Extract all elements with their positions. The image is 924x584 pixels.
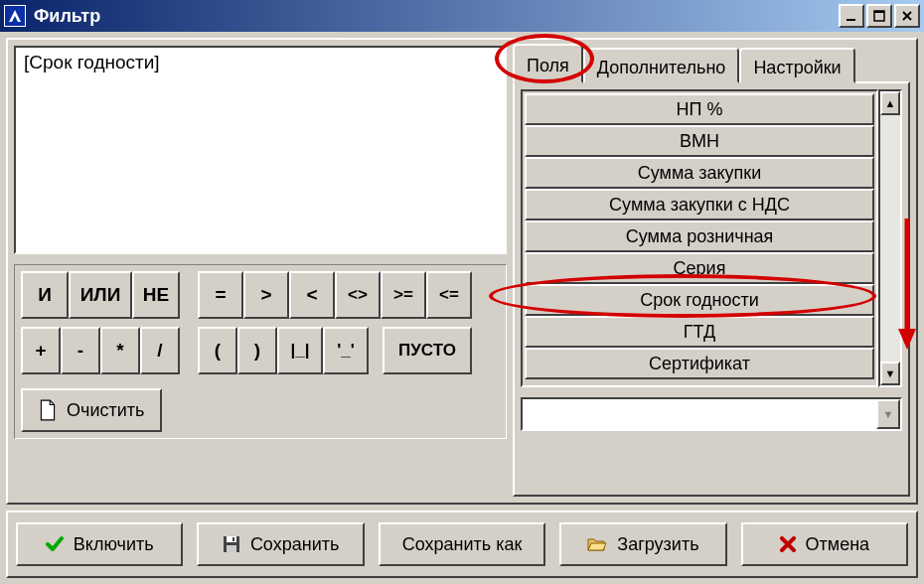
op-bracket2[interactable]: '_': [323, 327, 369, 374]
titlebar: Фильтр: [0, 0, 924, 32]
op-eq[interactable]: =: [198, 271, 243, 319]
tabs: Поля Дополнительно Настройки: [513, 46, 910, 83]
combo-dropdown-button[interactable]: ▼: [876, 399, 900, 429]
close-button[interactable]: [894, 4, 920, 28]
save-button[interactable]: Сохранить: [197, 522, 364, 566]
operator-panel: И ИЛИ НЕ = > < <> >= <= + - * /: [14, 264, 507, 439]
combo-value: [523, 399, 876, 429]
field-scrollbar[interactable]: ▲ ▼: [878, 89, 902, 387]
load-button[interactable]: Загрузить: [559, 522, 726, 566]
folder-open-icon: [587, 536, 607, 552]
app-icon: [4, 5, 26, 27]
save-as-button[interactable]: Сохранить как: [379, 522, 545, 566]
op-and[interactable]: И: [21, 271, 69, 319]
field-item[interactable]: ВМН: [525, 125, 874, 157]
maximize-button[interactable]: [866, 4, 892, 28]
op-lparen[interactable]: (: [198, 327, 237, 374]
op-ge[interactable]: >=: [381, 271, 426, 319]
tab-settings[interactable]: Настройки: [739, 48, 854, 83]
op-or[interactable]: ИЛИ: [69, 271, 132, 319]
clear-button[interactable]: Очистить: [21, 388, 162, 432]
left-column: [Срок годности] И ИЛИ НЕ = > < <> >= <= …: [14, 46, 507, 497]
op-le[interactable]: <=: [426, 271, 472, 319]
svg-rect-8: [232, 537, 234, 541]
op-not[interactable]: НЕ: [132, 271, 180, 319]
field-list[interactable]: НП % ВМН Сумма закупки Сумма закупки с Н…: [521, 89, 878, 387]
svg-rect-6: [227, 536, 236, 542]
op-empty[interactable]: ПУСТО: [383, 327, 472, 374]
svg-rect-2: [874, 11, 884, 13]
expression-box[interactable]: [Срок годности]: [14, 46, 507, 254]
op-plus[interactable]: +: [21, 327, 61, 374]
cancel-button[interactable]: Отмена: [741, 522, 908, 566]
svg-rect-0: [847, 19, 855, 21]
field-item[interactable]: НП %: [525, 93, 874, 125]
field-item[interactable]: Серия: [525, 252, 874, 284]
field-item[interactable]: ГТД: [525, 316, 874, 348]
op-ne[interactable]: <>: [335, 271, 381, 319]
x-icon: [780, 536, 796, 552]
main-panel: [Срок годности] И ИЛИ НЕ = > < <> >= <= …: [6, 38, 918, 505]
op-div[interactable]: /: [140, 327, 180, 374]
op-gt[interactable]: >: [243, 271, 289, 319]
op-bracket1[interactable]: |_|: [277, 327, 323, 374]
right-column: Поля Дополнительно Настройки НП % ВМН Су…: [513, 46, 910, 497]
enable-button[interactable]: Включить: [16, 522, 183, 566]
field-item[interactable]: Срок годности: [525, 284, 874, 316]
field-item[interactable]: Сумма закупки: [525, 157, 874, 189]
op-lt[interactable]: <: [289, 271, 335, 319]
minimize-button[interactable]: [839, 4, 864, 28]
op-rparen[interactable]: ): [237, 327, 277, 374]
svg-rect-7: [227, 545, 236, 552]
field-list-wrap: НП % ВМН Сумма закупки Сумма закупки с Н…: [521, 89, 902, 387]
page-icon: [39, 399, 57, 421]
scroll-up-button[interactable]: ▲: [880, 91, 900, 115]
field-item[interactable]: Сумма розничная: [525, 220, 874, 252]
tab-body: НП % ВМН Сумма закупки Сумма закупки с Н…: [513, 81, 910, 497]
bottom-bar: Включить Сохранить Сохранить как Загрузи…: [6, 511, 918, 578]
field-item[interactable]: Сертификат: [525, 348, 874, 379]
floppy-icon: [223, 535, 240, 553]
clear-label: Очистить: [67, 400, 144, 421]
op-mul[interactable]: *: [100, 327, 140, 374]
field-item[interactable]: Сумма закупки с НДС: [525, 189, 874, 220]
tab-extra[interactable]: Дополнительно: [583, 48, 740, 83]
check-icon: [46, 535, 64, 553]
tab-fields[interactable]: Поля: [513, 44, 583, 83]
scroll-track[interactable]: [880, 115, 900, 362]
filter-combo[interactable]: ▼: [521, 397, 902, 431]
window-title: Фильтр: [34, 6, 837, 27]
scroll-down-button[interactable]: ▼: [880, 362, 900, 385]
op-minus[interactable]: -: [61, 327, 100, 374]
